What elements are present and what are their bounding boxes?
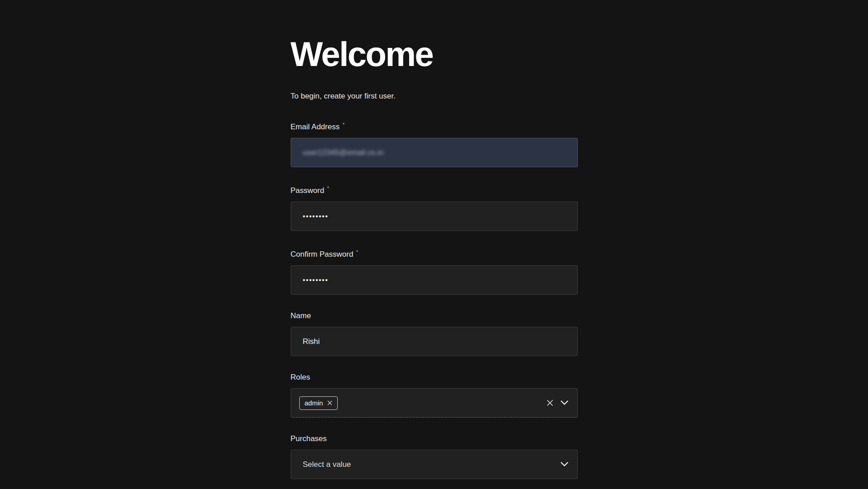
name-input[interactable] <box>291 327 578 356</box>
required-asterisk: * <box>327 185 329 192</box>
roles-chip-admin[interactable]: admin <box>299 396 338 410</box>
required-asterisk: * <box>356 249 358 255</box>
roles-controls <box>547 400 568 406</box>
chevron-down-icon[interactable] <box>561 400 568 405</box>
purchases-controls <box>561 462 568 467</box>
password-label-row: Password* <box>291 183 578 195</box>
name-label: Name <box>291 311 311 320</box>
chevron-down-icon[interactable] <box>561 462 568 467</box>
confirm-password-input[interactable] <box>291 265 578 295</box>
roles-chip-label: admin <box>305 400 323 406</box>
page-subtitle: To begin, create your first user. <box>291 91 578 101</box>
purchases-field-group: Purchases Select a value <box>291 434 578 479</box>
name-label-row: Name <box>291 311 578 320</box>
purchases-placeholder: Select a value <box>299 460 351 469</box>
password-field-group: Password* <box>291 183 578 231</box>
required-asterisk: * <box>342 121 344 128</box>
password-input[interactable] <box>291 202 578 231</box>
purchases-label-row: Purchases <box>291 434 578 443</box>
clear-all-icon[interactable] <box>547 400 553 406</box>
roles-field-group: Roles admin <box>291 372 578 418</box>
purchases-label: Purchases <box>291 434 327 443</box>
page-title: Welcome <box>291 37 578 71</box>
roles-label: Roles <box>291 373 310 381</box>
email-label: Email Address <box>291 122 340 131</box>
email-field-group: Email Address* user12345@email.co.in <box>291 120 578 167</box>
name-field-group: Name <box>291 311 578 356</box>
confirm-password-label-row: Confirm Password* <box>291 247 578 259</box>
email-label-row: Email Address* <box>291 120 578 132</box>
confirm-password-field-group: Confirm Password* <box>291 247 578 295</box>
roles-label-row: Roles <box>291 372 578 382</box>
confirm-password-label: Confirm Password <box>291 250 354 259</box>
create-first-user-panel: Welcome To begin, create your first user… <box>291 0 578 489</box>
roles-multiselect[interactable]: admin <box>291 388 578 418</box>
chip-remove-icon[interactable] <box>327 400 332 405</box>
purchases-select[interactable]: Select a value <box>291 450 578 479</box>
email-value-redacted: user12345@email.co.in <box>303 148 384 157</box>
email-input[interactable]: user12345@email.co.in <box>291 138 578 167</box>
password-label: Password <box>291 186 325 195</box>
